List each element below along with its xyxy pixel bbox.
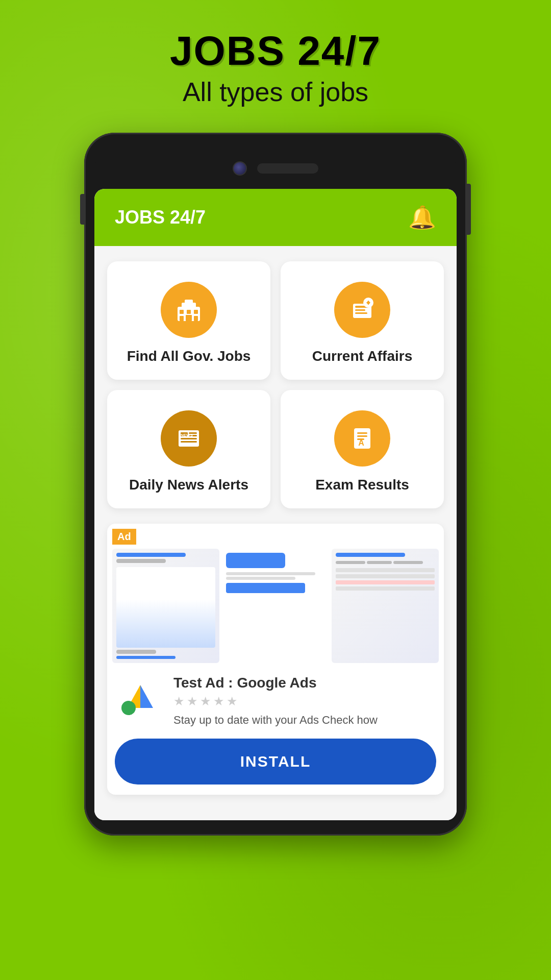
ad-badge: Ad <box>112 529 136 545</box>
svg-rect-23 <box>357 432 367 434</box>
ad-screenshot-1 <box>112 549 219 663</box>
svg-rect-8 <box>186 315 192 321</box>
ad-screenshot-2 <box>222 549 329 663</box>
star-4: ★ <box>213 694 224 708</box>
svg-text:NEWS: NEWS <box>181 433 193 437</box>
ad-stars: ★ ★ ★ ★ ★ <box>173 694 434 708</box>
svg-rect-4 <box>187 310 191 314</box>
phone-power-button <box>467 184 471 235</box>
gov-jobs-label: Find All Gov. Jobs <box>127 348 251 364</box>
svg-rect-19 <box>181 438 197 439</box>
svg-text:A: A <box>358 438 364 447</box>
top-banner: JOBS 24/7 All types of jobs <box>0 0 551 122</box>
app-header-title: JOBS 24/7 <box>115 207 206 228</box>
google-ads-logo-icon <box>117 675 163 721</box>
ad-text-section: Test Ad : Google Ads ★ ★ ★ ★ ★ Stay up t… <box>173 675 434 728</box>
ad-screenshot-3 <box>332 549 439 663</box>
exam-results-icon: A <box>334 410 390 467</box>
ad-description: Stay up to date with your Ads Check how <box>173 713 434 728</box>
install-button[interactable]: INSTALL <box>115 739 436 785</box>
svg-rect-7 <box>194 316 198 321</box>
ad-bottom: Test Ad : Google Ads ★ ★ ★ ★ ★ Stay up t… <box>107 667 444 739</box>
star-5: ★ <box>227 694 238 708</box>
phone-volume-button <box>80 194 84 225</box>
phone-speaker <box>257 163 318 174</box>
svg-rect-11 <box>355 309 365 311</box>
exam-results-label: Exam Results <box>315 477 409 493</box>
menu-card-gov-jobs[interactable]: Find All Gov. Jobs <box>107 261 270 380</box>
notification-bell-icon[interactable]: 🔔 <box>408 204 436 231</box>
ad-section: Ad <box>107 524 444 795</box>
app-header: JOBS 24/7 🔔 <box>94 189 457 246</box>
menu-card-current-affairs[interactable]: Current Affairs <box>281 261 444 380</box>
star-1: ★ <box>173 694 185 708</box>
menu-grid: Find All Gov. Jobs <box>107 261 444 508</box>
phone-frame: JOBS 24/7 🔔 <box>84 133 467 836</box>
svg-point-27 <box>121 701 136 715</box>
star-2: ★ <box>187 694 198 708</box>
daily-news-label: Daily News Alerts <box>129 477 248 493</box>
ad-app-name: Test Ad : Google Ads <box>173 675 434 691</box>
current-affairs-label: Current Affairs <box>312 348 413 364</box>
phone-notch <box>94 148 457 189</box>
star-3: ★ <box>200 694 211 708</box>
ad-screenshots <box>107 545 444 667</box>
current-affairs-icon <box>334 282 390 338</box>
svg-rect-5 <box>194 310 198 314</box>
svg-rect-12 <box>355 312 367 314</box>
menu-card-exam-results[interactable]: A Exam Results <box>281 390 444 508</box>
phone-camera <box>233 161 247 176</box>
gov-jobs-icon <box>161 282 217 338</box>
svg-rect-14 <box>368 301 369 305</box>
phone-screen: JOBS 24/7 🔔 <box>94 189 457 820</box>
banner-subtitle: All types of jobs <box>20 77 531 107</box>
daily-news-icon: NEWS <box>161 410 217 467</box>
svg-rect-2 <box>185 300 193 304</box>
app-content: Find All Gov. Jobs <box>94 246 457 820</box>
svg-rect-24 <box>357 435 367 437</box>
svg-rect-3 <box>180 310 184 314</box>
svg-rect-20 <box>181 441 197 443</box>
svg-rect-6 <box>180 316 184 321</box>
menu-card-daily-news[interactable]: NEWS Daily News Alerts <box>107 390 270 508</box>
banner-title: JOBS 24/7 <box>20 31 531 71</box>
